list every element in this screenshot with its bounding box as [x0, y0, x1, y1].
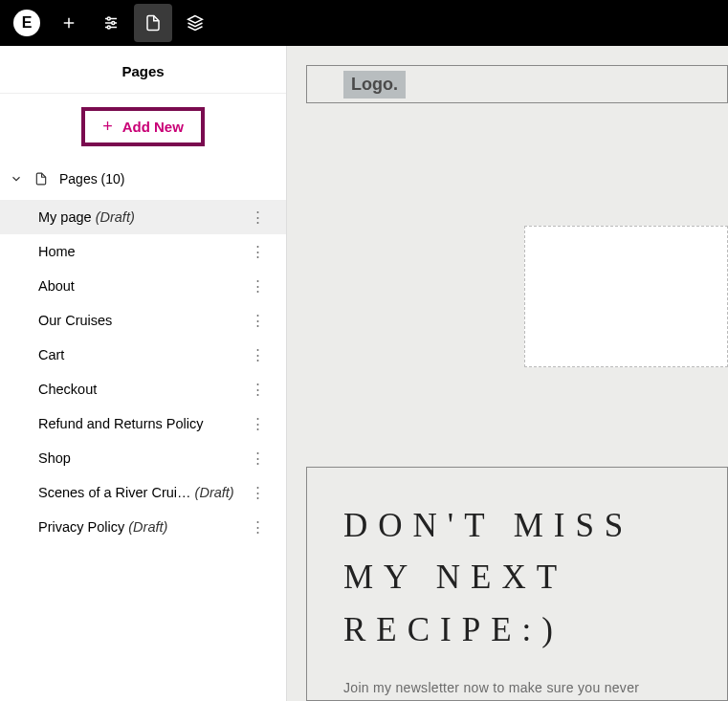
page-item[interactable]: Scenes of a River Crui… (Draft)⋮: [0, 475, 286, 510]
page-item[interactable]: Our Cruises ⋮: [0, 303, 286, 338]
more-options-icon[interactable]: ⋮: [248, 278, 267, 294]
more-options-icon[interactable]: ⋮: [248, 347, 267, 362]
draft-badge: (Draft): [195, 485, 234, 500]
newsletter-subtext[interactable]: Join my newsletter now to make sure you …: [343, 677, 650, 701]
more-options-icon[interactable]: ⋮: [248, 519, 267, 535]
settings-icon: [102, 14, 120, 32]
layers-icon: [187, 14, 204, 32]
more-options-icon[interactable]: ⋮: [248, 209, 267, 225]
page-list: My page (Draft)⋮Home ⋮About ⋮Our Cruises…: [0, 194, 286, 544]
page-item[interactable]: Privacy Policy (Draft)⋮: [0, 510, 286, 544]
page-item-label: My page (Draft): [38, 209, 248, 225]
page-item[interactable]: Shop ⋮: [0, 441, 286, 475]
page-item[interactable]: Cart ⋮: [0, 338, 286, 372]
chevron-down-icon: [10, 172, 23, 186]
page-item[interactable]: Checkout ⋮: [0, 372, 286, 406]
empty-widget-placeholder[interactable]: [524, 226, 728, 367]
page-item[interactable]: Refund and Returns Policy ⋮: [0, 406, 286, 441]
draft-badge: (Draft): [128, 519, 167, 535]
elementor-logo-icon: E: [13, 10, 40, 36]
page-item-label: Cart: [38, 347, 248, 362]
topbar: E: [0, 0, 728, 46]
draft-badge: (Draft): [96, 209, 135, 225]
plus-icon: +: [102, 117, 113, 137]
pages-group-label: Pages (10): [59, 171, 124, 186]
page-item-label: Privacy Policy (Draft): [38, 519, 248, 535]
elementor-logo-button[interactable]: E: [8, 4, 46, 42]
canvas: Logo. ‹ Don't miss my next recipe:) Join…: [287, 46, 728, 701]
more-options-icon[interactable]: ⋮: [248, 313, 267, 328]
document-icon: [144, 14, 162, 32]
header-container[interactable]: Logo.: [306, 65, 728, 103]
more-options-icon[interactable]: ⋮: [248, 450, 267, 466]
plus-icon: [60, 14, 77, 32]
pages-group-header[interactable]: Pages (10): [0, 164, 286, 194]
settings-button[interactable]: [92, 4, 130, 42]
page-item-label: Refund and Returns Policy: [38, 416, 248, 431]
newsletter-headline[interactable]: Don't miss my next recipe:): [343, 500, 691, 656]
add-new-label: Add New: [122, 119, 184, 135]
page-item-label: About: [38, 278, 248, 294]
logo-placeholder[interactable]: Logo.: [343, 71, 406, 99]
svg-marker-8: [188, 16, 203, 24]
add-element-button[interactable]: [50, 4, 88, 42]
svg-point-3: [107, 17, 110, 20]
page-item[interactable]: About ⋮: [0, 269, 286, 303]
structure-button[interactable]: [134, 4, 172, 42]
sidebar: Pages + Add New Pages (10) My page (Draf…: [0, 46, 287, 701]
sidebar-title: Pages: [0, 46, 286, 94]
page-item[interactable]: Home ⋮: [0, 234, 286, 269]
page-item-label: Scenes of a River Crui… (Draft): [38, 485, 248, 500]
svg-point-5: [112, 22, 115, 25]
page-item-label: Checkout: [38, 382, 248, 397]
add-new-button[interactable]: + Add New: [81, 107, 205, 146]
page-item-label: Shop: [38, 450, 248, 466]
more-options-icon[interactable]: ⋮: [248, 485, 267, 500]
main: Pages + Add New Pages (10) My page (Draf…: [0, 46, 728, 701]
more-options-icon[interactable]: ⋮: [248, 382, 267, 397]
page-item-label: Our Cruises: [38, 313, 248, 328]
layers-button[interactable]: [176, 4, 214, 42]
svg-point-7: [107, 26, 110, 29]
page-icon: [34, 172, 48, 186]
more-options-icon[interactable]: ⋮: [248, 416, 267, 431]
newsletter-section[interactable]: Don't miss my next recipe:) Join my news…: [306, 467, 728, 701]
page-item[interactable]: My page (Draft)⋮: [0, 200, 286, 234]
add-new-highlight: + Add New: [0, 94, 286, 164]
more-options-icon[interactable]: ⋮: [248, 244, 267, 259]
page-item-label: Home: [38, 244, 248, 259]
